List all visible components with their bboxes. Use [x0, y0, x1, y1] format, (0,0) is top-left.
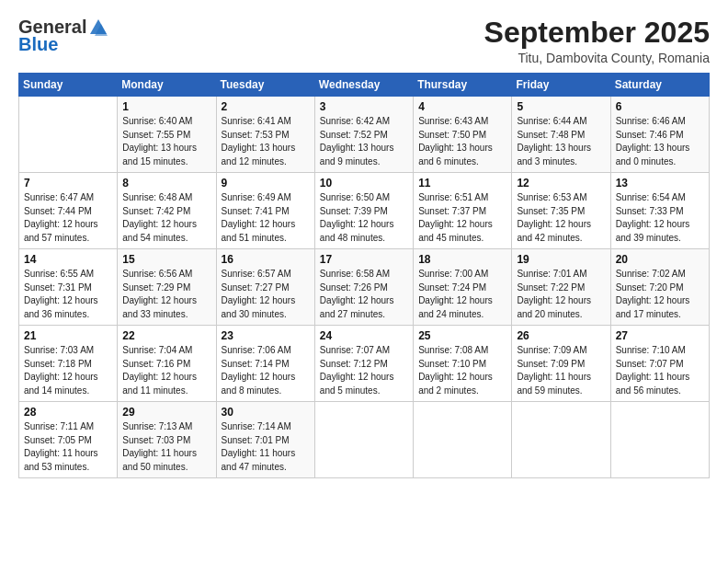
- calendar-cell: 20 Sunrise: 7:02 AMSunset: 7:20 PMDaylig…: [610, 249, 709, 326]
- day-info: Sunrise: 6:43 AMSunset: 7:50 PMDaylight:…: [418, 116, 493, 167]
- day-info: Sunrise: 7:01 AMSunset: 7:22 PMDaylight:…: [517, 269, 591, 319]
- calendar-cell: 29 Sunrise: 7:13 AMSunset: 7:03 PMDaylig…: [118, 402, 216, 478]
- day-number: 10: [320, 177, 408, 190]
- day-info: Sunrise: 7:11 AMSunset: 7:05 PMDaylight:…: [24, 421, 98, 472]
- day-info: Sunrise: 6:47 AMSunset: 7:44 PMDaylight:…: [24, 192, 98, 243]
- calendar-week-row: 28 Sunrise: 7:11 AMSunset: 7:05 PMDaylig…: [19, 402, 710, 478]
- day-info: Sunrise: 6:56 AMSunset: 7:29 PMDaylight:…: [122, 269, 197, 319]
- day-number: 28: [24, 406, 112, 419]
- day-info: Sunrise: 6:42 AMSunset: 7:52 PMDaylight:…: [320, 116, 394, 167]
- calendar-cell: 30 Sunrise: 7:14 AMSunset: 7:01 PMDaylig…: [216, 402, 314, 478]
- calendar-cell: 1 Sunrise: 6:40 AMSunset: 7:55 PMDayligh…: [118, 97, 216, 173]
- day-info: Sunrise: 7:07 AMSunset: 7:12 PMDaylight:…: [320, 345, 394, 396]
- day-number: 24: [320, 329, 408, 342]
- day-number: 12: [517, 177, 605, 190]
- day-info: Sunrise: 6:41 AMSunset: 7:53 PMDaylight:…: [222, 116, 296, 167]
- day-number: 3: [320, 100, 408, 113]
- calendar-week-row: 7 Sunrise: 6:47 AMSunset: 7:44 PMDayligh…: [19, 173, 710, 249]
- col-monday: Monday: [118, 74, 216, 97]
- location: Titu, Dambovita County, Romania: [484, 51, 710, 65]
- day-number: 14: [24, 253, 112, 266]
- day-number: 2: [222, 100, 310, 113]
- day-number: 6: [616, 100, 704, 113]
- day-info: Sunrise: 7:03 AMSunset: 7:18 PMDaylight:…: [24, 345, 98, 396]
- col-tuesday: Tuesday: [216, 74, 314, 97]
- calendar-cell: 12 Sunrise: 6:53 AMSunset: 7:35 PMDaylig…: [512, 173, 610, 249]
- calendar-cell: 15 Sunrise: 6:56 AMSunset: 7:29 PMDaylig…: [118, 249, 216, 326]
- day-info: Sunrise: 7:02 AMSunset: 7:20 PMDaylight:…: [616, 269, 690, 319]
- calendar-cell: 5 Sunrise: 6:44 AMSunset: 7:48 PMDayligh…: [512, 97, 610, 173]
- col-friday: Friday: [512, 74, 610, 97]
- calendar-cell: 22 Sunrise: 7:04 AMSunset: 7:16 PMDaylig…: [118, 326, 216, 402]
- col-thursday: Thursday: [414, 74, 512, 97]
- calendar-cell: 17 Sunrise: 6:58 AMSunset: 7:26 PMDaylig…: [314, 249, 413, 326]
- day-number: 13: [616, 177, 704, 190]
- day-info: Sunrise: 6:51 AMSunset: 7:37 PMDaylight:…: [418, 192, 493, 243]
- day-number: 9: [222, 177, 310, 190]
- day-info: Sunrise: 6:50 AMSunset: 7:39 PMDaylight:…: [320, 192, 394, 243]
- day-info: Sunrise: 6:54 AMSunset: 7:33 PMDaylight:…: [616, 192, 690, 243]
- calendar-cell: 2 Sunrise: 6:41 AMSunset: 7:53 PMDayligh…: [216, 97, 314, 173]
- day-number: 27: [616, 329, 704, 342]
- calendar-cell: [314, 402, 413, 478]
- calendar-cell: 23 Sunrise: 7:06 AMSunset: 7:14 PMDaylig…: [216, 326, 314, 402]
- calendar-cell: 11 Sunrise: 6:51 AMSunset: 7:37 PMDaylig…: [414, 173, 512, 249]
- calendar-cell: 28 Sunrise: 7:11 AMSunset: 7:05 PMDaylig…: [19, 402, 118, 478]
- day-number: 16: [222, 253, 310, 266]
- calendar-cell: 16 Sunrise: 6:57 AMSunset: 7:27 PMDaylig…: [216, 249, 314, 326]
- day-number: 7: [24, 177, 112, 190]
- calendar-cell: 9 Sunrise: 6:49 AMSunset: 7:41 PMDayligh…: [216, 173, 314, 249]
- day-info: Sunrise: 7:04 AMSunset: 7:16 PMDaylight:…: [122, 345, 197, 396]
- calendar-cell: [512, 402, 610, 478]
- calendar-week-row: 1 Sunrise: 6:40 AMSunset: 7:55 PMDayligh…: [19, 97, 710, 173]
- day-number: 17: [320, 253, 408, 266]
- day-info: Sunrise: 7:10 AMSunset: 7:07 PMDaylight:…: [616, 345, 690, 396]
- day-info: Sunrise: 6:57 AMSunset: 7:27 PMDaylight:…: [222, 269, 296, 319]
- calendar-cell: 6 Sunrise: 6:46 AMSunset: 7:46 PMDayligh…: [610, 97, 709, 173]
- day-info: Sunrise: 6:49 AMSunset: 7:41 PMDaylight:…: [222, 192, 296, 243]
- calendar-week-row: 21 Sunrise: 7:03 AMSunset: 7:18 PMDaylig…: [19, 326, 710, 402]
- title-block: September 2025 Titu, Dambovita County, R…: [484, 17, 710, 65]
- col-sunday: Sunday: [19, 74, 118, 97]
- logo-blue: Blue: [18, 34, 58, 55]
- day-number: 21: [24, 329, 112, 342]
- day-info: Sunrise: 6:40 AMSunset: 7:55 PMDaylight:…: [122, 116, 197, 167]
- calendar-cell: 4 Sunrise: 6:43 AMSunset: 7:50 PMDayligh…: [414, 97, 512, 173]
- calendar-cell: [19, 97, 118, 173]
- calendar-cell: 21 Sunrise: 7:03 AMSunset: 7:18 PMDaylig…: [19, 326, 118, 402]
- calendar-cell: 14 Sunrise: 6:55 AMSunset: 7:31 PMDaylig…: [19, 249, 118, 326]
- day-number: 18: [418, 253, 506, 266]
- calendar-cell: 27 Sunrise: 7:10 AMSunset: 7:07 PMDaylig…: [610, 326, 709, 402]
- calendar-cell: [414, 402, 512, 478]
- calendar-cell: 7 Sunrise: 6:47 AMSunset: 7:44 PMDayligh…: [19, 173, 118, 249]
- calendar-cell: 19 Sunrise: 7:01 AMSunset: 7:22 PMDaylig…: [512, 249, 610, 326]
- day-info: Sunrise: 7:13 AMSunset: 7:03 PMDaylight:…: [122, 421, 197, 472]
- calendar-cell: 10 Sunrise: 6:50 AMSunset: 7:39 PMDaylig…: [314, 173, 413, 249]
- header: General Blue September 2025 Titu, Dambov…: [18, 17, 710, 65]
- calendar: Sunday Monday Tuesday Wednesday Thursday…: [18, 73, 710, 478]
- day-info: Sunrise: 7:00 AMSunset: 7:24 PMDaylight:…: [418, 269, 493, 319]
- calendar-cell: 24 Sunrise: 7:07 AMSunset: 7:12 PMDaylig…: [314, 326, 413, 402]
- day-info: Sunrise: 6:55 AMSunset: 7:31 PMDaylight:…: [24, 269, 98, 319]
- day-info: Sunrise: 6:48 AMSunset: 7:42 PMDaylight:…: [122, 192, 197, 243]
- calendar-cell: [610, 402, 709, 478]
- calendar-cell: 8 Sunrise: 6:48 AMSunset: 7:42 PMDayligh…: [118, 173, 216, 249]
- day-info: Sunrise: 7:14 AMSunset: 7:01 PMDaylight:…: [222, 421, 296, 472]
- logo-icon: [88, 17, 108, 38]
- day-info: Sunrise: 6:44 AMSunset: 7:48 PMDaylight:…: [517, 116, 591, 167]
- calendar-cell: 13 Sunrise: 6:54 AMSunset: 7:33 PMDaylig…: [610, 173, 709, 249]
- day-info: Sunrise: 7:09 AMSunset: 7:09 PMDaylight:…: [517, 345, 591, 396]
- day-number: 20: [616, 253, 704, 266]
- day-number: 4: [418, 100, 506, 113]
- day-number: 26: [517, 329, 605, 342]
- day-info: Sunrise: 7:08 AMSunset: 7:10 PMDaylight:…: [418, 345, 493, 396]
- month-title: September 2025: [484, 17, 710, 49]
- calendar-cell: 26 Sunrise: 7:09 AMSunset: 7:09 PMDaylig…: [512, 326, 610, 402]
- calendar-cell: 25 Sunrise: 7:08 AMSunset: 7:10 PMDaylig…: [414, 326, 512, 402]
- day-number: 5: [517, 100, 605, 113]
- day-number: 30: [222, 406, 310, 419]
- day-number: 11: [418, 177, 506, 190]
- calendar-week-row: 14 Sunrise: 6:55 AMSunset: 7:31 PMDaylig…: [19, 249, 710, 326]
- day-info: Sunrise: 7:06 AMSunset: 7:14 PMDaylight:…: [222, 345, 296, 396]
- day-number: 23: [222, 329, 310, 342]
